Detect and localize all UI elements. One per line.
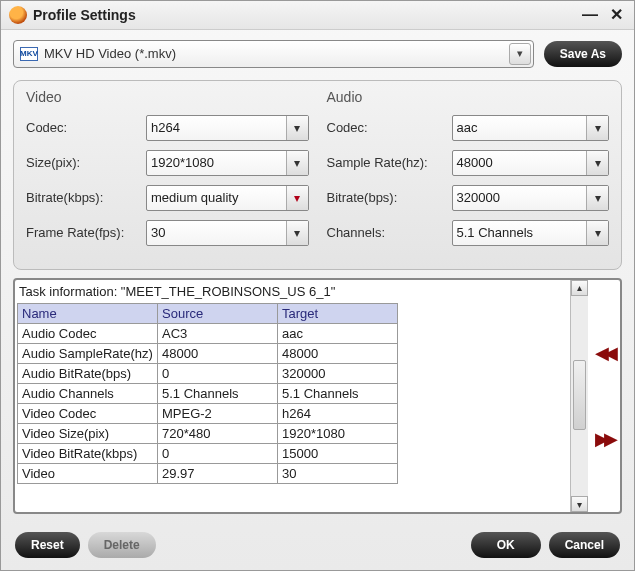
table-cell: MPEG-2	[158, 403, 278, 423]
task-table: Name Source Target Audio CodecAC3aacAudi…	[17, 303, 398, 484]
next-record-button[interactable]: ▶▶	[595, 430, 613, 448]
table-cell: 29.97	[158, 463, 278, 483]
chevron-down-icon[interactable]: ▾	[509, 43, 531, 65]
audio-channels-value: 5.1 Channels	[457, 225, 534, 240]
chevron-down-icon[interactable]: ▾	[286, 151, 308, 175]
audio-sr-select[interactable]: 48000 ▾	[452, 150, 610, 176]
titlebar: Profile Settings — ✕	[1, 1, 634, 30]
audio-channels-select[interactable]: 5.1 Channels ▾	[452, 220, 610, 246]
ok-button[interactable]: OK	[471, 532, 541, 558]
chevron-down-icon[interactable]: ▾	[286, 116, 308, 140]
table-cell: 30	[278, 463, 398, 483]
audio-bitrate-label: Bitrate(bps):	[327, 190, 452, 205]
chevron-down-icon[interactable]: ▾	[586, 221, 608, 245]
audio-heading: Audio	[327, 89, 610, 105]
record-nav: ◀◀ ▶▶	[588, 280, 620, 512]
chevron-down-icon[interactable]: ▾	[286, 221, 308, 245]
reset-button[interactable]: Reset	[15, 532, 80, 558]
col-name: Name	[18, 303, 158, 323]
col-target: Target	[278, 303, 398, 323]
window-title: Profile Settings	[33, 7, 574, 23]
video-size-select[interactable]: 1920*1080 ▾	[146, 150, 309, 176]
task-table-container: Task information: "MEET_THE_ROBINSONS_US…	[15, 280, 570, 512]
minimize-button[interactable]: —	[580, 5, 600, 25]
col-source: Source	[158, 303, 278, 323]
video-fps-select[interactable]: 30 ▾	[146, 220, 309, 246]
table-cell: Audio Channels	[18, 383, 158, 403]
table-row: Video CodecMPEG-2h264	[18, 403, 398, 423]
video-bitrate-select[interactable]: medium quality ▾	[146, 185, 309, 211]
prev-record-button[interactable]: ◀◀	[595, 344, 613, 362]
table-cell: 320000	[278, 363, 398, 383]
table-cell: AC3	[158, 323, 278, 343]
video-size-label: Size(pix):	[26, 155, 146, 170]
table-cell: 720*480	[158, 423, 278, 443]
table-cell: 48000	[278, 343, 398, 363]
video-codec-label: Codec:	[26, 120, 146, 135]
video-fps-label: Frame Rate(fps):	[26, 225, 146, 240]
profile-select-value: MKV HD Video (*.mkv)	[44, 46, 176, 61]
table-cell: Video BitRate(kbps)	[18, 443, 158, 463]
audio-codec-value: aac	[457, 120, 478, 135]
video-codec-value: h264	[151, 120, 180, 135]
table-cell: Video	[18, 463, 158, 483]
table-cell: Video Size(pix)	[18, 423, 158, 443]
chevron-down-icon[interactable]: ▾	[586, 116, 608, 140]
table-cell: h264	[278, 403, 398, 423]
close-button[interactable]: ✕	[606, 5, 626, 25]
table-row: Audio Channels5.1 Channels5.1 Channels	[18, 383, 398, 403]
cancel-button[interactable]: Cancel	[549, 532, 620, 558]
scroll-up-icon[interactable]: ▴	[571, 280, 588, 296]
scroll-down-icon[interactable]: ▾	[571, 496, 588, 512]
save-as-button[interactable]: Save As	[544, 41, 622, 67]
vertical-scrollbar[interactable]: ▴ ▾	[570, 280, 588, 512]
table-cell: aac	[278, 323, 398, 343]
table-cell: 48000	[158, 343, 278, 363]
table-cell: 15000	[278, 443, 398, 463]
audio-bitrate-value: 320000	[457, 190, 500, 205]
table-cell: 0	[158, 443, 278, 463]
video-fps-value: 30	[151, 225, 165, 240]
table-row: Video BitRate(kbps)015000	[18, 443, 398, 463]
table-row: Video Size(pix)720*4801920*1080	[18, 423, 398, 443]
settings-panel: Video Codec: h264 ▾ Size(pix): 1920*1080…	[13, 80, 622, 270]
audio-column: Audio Codec: aac ▾ Sample Rate(hz): 4800…	[327, 89, 610, 255]
toolbar: MKV MKV HD Video (*.mkv) ▾ Save As	[1, 30, 634, 74]
audio-sr-label: Sample Rate(hz):	[327, 155, 452, 170]
chevron-down-icon[interactable]: ▾	[586, 151, 608, 175]
table-row: Audio CodecAC3aac	[18, 323, 398, 343]
video-bitrate-label: Bitrate(kbps):	[26, 190, 146, 205]
scroll-thumb[interactable]	[573, 360, 586, 430]
table-cell: Audio SampleRate(hz)	[18, 343, 158, 363]
table-cell: 0	[158, 363, 278, 383]
video-size-value: 1920*1080	[151, 155, 214, 170]
chevron-down-icon[interactable]: ▾	[286, 186, 308, 210]
footer: Reset Delete OK Cancel	[1, 522, 634, 570]
audio-sr-value: 48000	[457, 155, 493, 170]
audio-codec-label: Codec:	[327, 120, 452, 135]
table-cell: 1920*1080	[278, 423, 398, 443]
table-cell: Audio BitRate(bps)	[18, 363, 158, 383]
table-cell: Video Codec	[18, 403, 158, 423]
app-icon	[9, 6, 27, 24]
audio-codec-select[interactable]: aac ▾	[452, 115, 610, 141]
table-row: Audio BitRate(bps)0320000	[18, 363, 398, 383]
chevron-down-icon[interactable]: ▾	[586, 186, 608, 210]
audio-bitrate-select[interactable]: 320000 ▾	[452, 185, 610, 211]
profile-select[interactable]: MKV MKV HD Video (*.mkv) ▾	[13, 40, 534, 68]
mkv-icon: MKV	[20, 47, 38, 61]
video-bitrate-value: medium quality	[151, 190, 238, 205]
table-cell: 5.1 Channels	[158, 383, 278, 403]
task-info-panel: Task information: "MEET_THE_ROBINSONS_US…	[13, 278, 622, 514]
video-column: Video Codec: h264 ▾ Size(pix): 1920*1080…	[26, 89, 309, 255]
table-row: Video29.9730	[18, 463, 398, 483]
video-codec-select[interactable]: h264 ▾	[146, 115, 309, 141]
delete-button[interactable]: Delete	[88, 532, 156, 558]
table-cell: 5.1 Channels	[278, 383, 398, 403]
table-cell: Audio Codec	[18, 323, 158, 343]
table-row: Audio SampleRate(hz)4800048000	[18, 343, 398, 363]
video-heading: Video	[26, 89, 309, 105]
task-info-label: Task information: "MEET_THE_ROBINSONS_US…	[17, 282, 568, 303]
audio-channels-label: Channels:	[327, 225, 452, 240]
